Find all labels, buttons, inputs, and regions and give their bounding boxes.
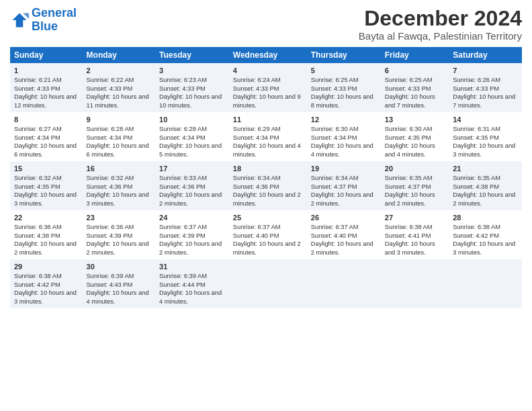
sunrise-text: Sunrise: 6:38 AM bbox=[453, 223, 518, 232]
day-number: 10 bbox=[159, 115, 225, 125]
day-cell: 21Sunrise: 6:35 AMSunset: 4:38 PMDayligh… bbox=[449, 161, 522, 210]
sunset-text: Sunset: 4:33 PM bbox=[233, 85, 303, 93]
day-number: 19 bbox=[311, 164, 377, 174]
sunset-text: Sunset: 4:33 PM bbox=[159, 85, 225, 93]
daylight-text: Daylight: 10 hours and 4 minutes. bbox=[159, 289, 225, 306]
day-cell bbox=[307, 259, 381, 308]
sunrise-text: Sunrise: 6:36 AM bbox=[87, 223, 152, 232]
day-cell: 4Sunrise: 6:24 AMSunset: 4:33 PMDaylight… bbox=[229, 63, 307, 112]
sunset-text: Sunset: 4:43 PM bbox=[87, 281, 152, 289]
day-cell: 20Sunrise: 6:35 AMSunset: 4:37 PMDayligh… bbox=[381, 161, 449, 210]
sunrise-text: Sunrise: 6:38 AM bbox=[14, 272, 79, 281]
sunset-text: Sunset: 4:38 PM bbox=[453, 183, 518, 191]
day-cell: 12Sunrise: 6:30 AMSunset: 4:34 PMDayligh… bbox=[307, 112, 381, 161]
day-number: 2 bbox=[87, 66, 152, 76]
daylight-text: Daylight: 10 hours and 3 minutes. bbox=[14, 289, 79, 306]
sunset-text: Sunset: 4:42 PM bbox=[453, 232, 518, 240]
day-number: 12 bbox=[311, 115, 377, 125]
sunrise-text: Sunrise: 6:28 AM bbox=[159, 125, 225, 134]
sunset-text: Sunset: 4:33 PM bbox=[453, 85, 518, 93]
sunrise-text: Sunrise: 6:30 AM bbox=[385, 125, 445, 134]
day-cell: 5Sunrise: 6:25 AMSunset: 4:33 PMDaylight… bbox=[307, 63, 381, 112]
logo-line1: General bbox=[32, 6, 77, 19]
week-row-4: 22Sunrise: 6:36 AMSunset: 4:38 PMDayligh… bbox=[10, 210, 522, 259]
day-cell: 15Sunrise: 6:32 AMSunset: 4:35 PMDayligh… bbox=[10, 161, 83, 210]
day-cell bbox=[381, 259, 449, 308]
sunrise-text: Sunrise: 6:34 AM bbox=[311, 174, 377, 183]
daylight-text: Daylight: 10 hours and 2 minutes. bbox=[233, 240, 303, 257]
daylight-text: Daylight: 10 hours and 2 minutes. bbox=[159, 240, 225, 257]
day-cell: 23Sunrise: 6:36 AMSunset: 4:39 PMDayligh… bbox=[83, 210, 156, 259]
day-cell: 3Sunrise: 6:23 AMSunset: 4:33 PMDaylight… bbox=[155, 63, 229, 112]
page: General Blue December 2024 Bayta al Fawq… bbox=[0, 0, 532, 411]
sunset-text: Sunset: 4:40 PM bbox=[311, 232, 377, 240]
day-number: 21 bbox=[453, 164, 518, 174]
sunset-text: Sunset: 4:44 PM bbox=[159, 281, 225, 289]
sunrise-text: Sunrise: 6:21 AM bbox=[14, 76, 79, 85]
day-cell: 6Sunrise: 6:25 AMSunset: 4:33 PMDaylight… bbox=[381, 63, 449, 112]
sunset-text: Sunset: 4:34 PM bbox=[14, 134, 79, 142]
sunset-text: Sunset: 4:33 PM bbox=[311, 85, 377, 93]
header: General Blue December 2024 Bayta al Fawq… bbox=[10, 7, 522, 42]
day-cell: 9Sunrise: 6:28 AMSunset: 4:34 PMDaylight… bbox=[83, 112, 156, 161]
daylight-text: Daylight: 10 hours and 3 minutes. bbox=[453, 142, 518, 158]
week-row-1: 1Sunrise: 6:21 AMSunset: 4:33 PMDaylight… bbox=[10, 63, 522, 112]
daylight-text: Daylight: 10 hours and 4 minutes. bbox=[311, 142, 377, 158]
day-number: 4 bbox=[233, 66, 303, 76]
daylight-text: Daylight: 10 hours and 10 minutes. bbox=[159, 93, 225, 109]
day-number: 24 bbox=[159, 213, 225, 223]
daylight-text: Daylight: 10 hours and 2 minutes. bbox=[311, 191, 377, 208]
day-cell: 28Sunrise: 6:38 AMSunset: 4:42 PMDayligh… bbox=[449, 210, 522, 259]
daylight-text: Daylight: 10 hours and 3 minutes. bbox=[14, 191, 79, 208]
daylight-text: Daylight: 10 hours and 4 minutes. bbox=[385, 142, 445, 158]
sunrise-text: Sunrise: 6:32 AM bbox=[14, 174, 79, 183]
day-cell: 30Sunrise: 6:39 AMSunset: 4:43 PMDayligh… bbox=[83, 259, 156, 308]
sunset-text: Sunset: 4:35 PM bbox=[385, 134, 445, 142]
day-cell: 17Sunrise: 6:33 AMSunset: 4:36 PMDayligh… bbox=[155, 161, 229, 210]
week-row-3: 15Sunrise: 6:32 AMSunset: 4:35 PMDayligh… bbox=[10, 161, 522, 210]
daylight-text: Daylight: 10 hours and 5 minutes. bbox=[159, 142, 225, 158]
sunrise-text: Sunrise: 6:28 AM bbox=[87, 125, 152, 134]
daylight-text: Daylight: 10 hours and 9 minutes. bbox=[233, 93, 303, 109]
day-cell: 22Sunrise: 6:36 AMSunset: 4:38 PMDayligh… bbox=[10, 210, 83, 259]
day-cell: 14Sunrise: 6:31 AMSunset: 4:35 PMDayligh… bbox=[449, 112, 522, 161]
daylight-text: Daylight: 10 hours and 11 minutes. bbox=[87, 93, 152, 109]
sunset-text: Sunset: 4:33 PM bbox=[385, 85, 445, 93]
sunset-text: Sunset: 4:40 PM bbox=[233, 232, 303, 240]
daylight-text: Daylight: 10 hours and 2 minutes. bbox=[385, 191, 445, 208]
svg-marker-0 bbox=[13, 13, 27, 27]
sunset-text: Sunset: 4:34 PM bbox=[311, 134, 377, 142]
day-cell: 18Sunrise: 6:34 AMSunset: 4:36 PMDayligh… bbox=[229, 161, 307, 210]
sunrise-text: Sunrise: 6:24 AM bbox=[233, 76, 303, 85]
day-number: 1 bbox=[14, 66, 79, 76]
day-cell bbox=[449, 259, 522, 308]
sunrise-text: Sunrise: 6:25 AM bbox=[311, 76, 377, 85]
col-header-sunday: Sunday bbox=[10, 47, 83, 63]
sunrise-text: Sunrise: 6:36 AM bbox=[14, 223, 79, 232]
sunset-text: Sunset: 4:34 PM bbox=[87, 134, 152, 142]
sunrise-text: Sunrise: 6:35 AM bbox=[453, 174, 518, 183]
sunset-text: Sunset: 4:33 PM bbox=[14, 85, 79, 93]
sunset-text: Sunset: 4:34 PM bbox=[159, 134, 225, 142]
sunset-text: Sunset: 4:37 PM bbox=[385, 183, 445, 191]
sunrise-text: Sunrise: 6:39 AM bbox=[87, 272, 152, 281]
logo-line2: Blue bbox=[32, 19, 58, 33]
day-number: 22 bbox=[14, 213, 79, 223]
daylight-text: Daylight: 10 hours and 6 minutes. bbox=[87, 142, 152, 158]
sunset-text: Sunset: 4:39 PM bbox=[159, 232, 225, 240]
day-cell: 1Sunrise: 6:21 AMSunset: 4:33 PMDaylight… bbox=[10, 63, 83, 112]
daylight-text: Daylight: 10 hours and 2 minutes. bbox=[453, 191, 518, 208]
sunrise-text: Sunrise: 6:37 AM bbox=[233, 223, 303, 232]
col-header-wednesday: Wednesday bbox=[229, 47, 307, 63]
day-cell: 11Sunrise: 6:29 AMSunset: 4:34 PMDayligh… bbox=[229, 112, 307, 161]
sunset-text: Sunset: 4:42 PM bbox=[14, 281, 79, 289]
day-number: 26 bbox=[311, 213, 377, 223]
daylight-text: Daylight: 10 hours and 8 minutes. bbox=[311, 93, 377, 109]
day-number: 28 bbox=[453, 213, 518, 223]
sunrise-text: Sunrise: 6:34 AM bbox=[233, 174, 303, 183]
day-number: 11 bbox=[233, 115, 303, 125]
daylight-text: Daylight: 10 hours and 2 minutes. bbox=[14, 240, 79, 257]
subtitle: Bayta al Fawqa, Palestinian Territory bbox=[359, 30, 522, 42]
sunrise-text: Sunrise: 6:38 AM bbox=[385, 223, 445, 232]
day-number: 14 bbox=[453, 115, 518, 125]
